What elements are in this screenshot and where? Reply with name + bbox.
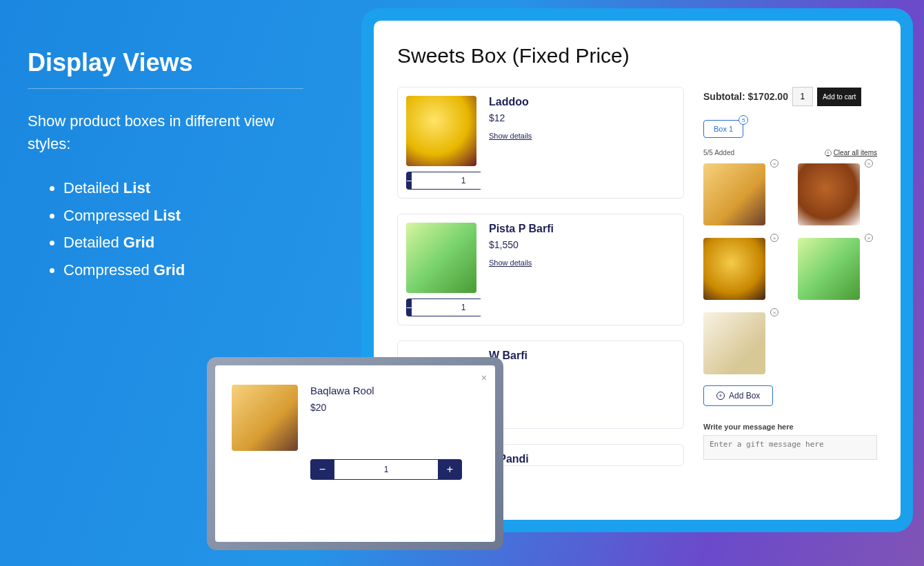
product-detail-modal: × Baqlawa Rool $20 − + (207, 357, 503, 550)
close-icon: × (481, 372, 487, 383)
remove-item-button[interactable]: × (865, 234, 873, 242)
qty-minus-button[interactable]: − (406, 299, 412, 316)
show-details-link[interactable]: Show details (489, 132, 532, 140)
modal-product-name: Baqlawa Rool (310, 385, 374, 396)
quantity-stepper[interactable]: − + (406, 172, 482, 190)
list-item: Compressed Grid (63, 256, 317, 284)
gift-message-input[interactable] (703, 435, 877, 460)
plus-icon: + (716, 392, 725, 400)
remove-item-button[interactable]: × (865, 159, 873, 168)
feature-lead: Show product boxes in different view sty… (28, 110, 317, 155)
modal-product-image (232, 385, 298, 451)
box-tab-label: Box 1 (714, 125, 733, 133)
add-box-label: Add Box (729, 391, 760, 401)
added-count: 5/5 Added (703, 149, 734, 156)
cart-sidebar: Subtotal: $1702.00 Add to cart Box 1 5 5… (703, 87, 877, 466)
cart-item-image (703, 238, 765, 300)
add-to-cart-button[interactable]: Add to cart (817, 88, 861, 106)
divider (28, 88, 303, 89)
list-item: Detailed Grid (63, 229, 317, 256)
cart-items-grid: × × × × × (703, 163, 877, 374)
qty-minus-button[interactable]: − (406, 172, 412, 190)
cart-item-image (798, 163, 860, 225)
quantity-stepper[interactable]: − + (310, 459, 462, 480)
qty-input[interactable] (412, 299, 482, 316)
qty-minus-button[interactable]: − (310, 459, 334, 480)
qty-input[interactable] (334, 459, 438, 480)
product-name: Pista P Barfi (489, 223, 554, 235)
list-item: Compressed List (63, 202, 317, 230)
cart-quantity-input[interactable] (792, 87, 813, 106)
cart-item-image (703, 163, 765, 225)
cart-item: × (703, 163, 783, 225)
cart-item: × (798, 238, 877, 300)
clear-all-label: Clear all items (834, 149, 877, 156)
cart-item-image (798, 238, 860, 300)
product-image (406, 96, 476, 166)
list-item: Detailed List (63, 174, 317, 202)
cart-item-image (703, 312, 765, 374)
remove-item-button[interactable]: × (770, 234, 779, 242)
product-card: Pista P Barfi $1,550 Show details − + (397, 214, 684, 325)
show-details-link[interactable]: Show details (489, 259, 554, 267)
feature-description: Display Views Show product boxes in diff… (28, 48, 317, 283)
box-count-badge: 5 (739, 115, 748, 125)
close-icon: × (825, 150, 832, 156)
product-price: $1,550 (489, 239, 554, 250)
add-box-button[interactable]: + Add Box (703, 385, 773, 406)
remove-item-button[interactable]: × (770, 159, 779, 168)
product-name: Laddoo (489, 96, 532, 108)
feature-bullet-list: Detailed List Compressed List Detailed G… (28, 174, 317, 283)
clear-all-link[interactable]: × Clear all items (825, 149, 877, 156)
page-title: Sweets Box (Fixed Price) (397, 44, 877, 68)
qty-input[interactable] (412, 172, 482, 190)
remove-item-button[interactable]: × (770, 308, 779, 316)
modal-content: × Baqlawa Rool $20 − + (215, 365, 495, 542)
gift-message-label: Write your message here (703, 423, 877, 431)
feature-heading: Display Views (28, 48, 317, 77)
product-card: Laddoo $12 Show details − + (397, 87, 684, 199)
close-button[interactable]: × (481, 372, 487, 383)
modal-product-price: $20 (310, 402, 374, 413)
cart-item: × (703, 238, 783, 300)
cart-item: × (798, 163, 877, 225)
qty-plus-button[interactable]: + (438, 459, 462, 480)
product-image (406, 223, 476, 293)
box-tab[interactable]: Box 1 5 (703, 120, 743, 138)
product-price: $12 (489, 112, 532, 123)
subtotal-label: Subtotal: $1702.00 (703, 91, 788, 102)
quantity-stepper[interactable]: − + (406, 299, 482, 316)
cart-item: × (703, 312, 783, 374)
